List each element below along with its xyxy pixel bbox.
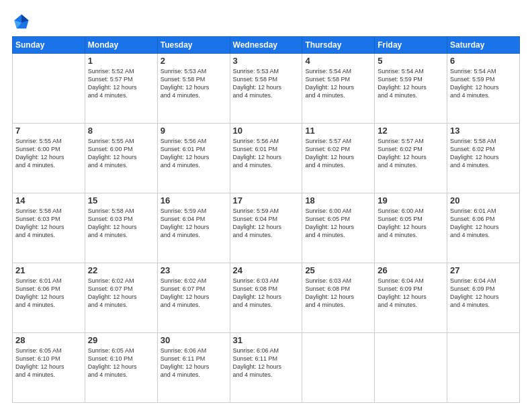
day-number: 2 xyxy=(161,56,227,66)
calendar-cell: 14Sunrise: 5:58 AM Sunset: 6:03 PM Dayli… xyxy=(13,193,85,263)
calendar-cell: 4Sunrise: 5:54 AM Sunset: 5:58 PM Daylig… xyxy=(302,54,375,124)
calendar-header-sunday: Sunday xyxy=(13,37,85,54)
calendar-header-saturday: Saturday xyxy=(447,37,520,54)
day-number: 21 xyxy=(15,265,82,275)
calendar-week-row: 21Sunrise: 6:01 AM Sunset: 6:06 PM Dayli… xyxy=(13,263,520,333)
day-info: Sunrise: 5:53 AM Sunset: 5:58 PM Dayligh… xyxy=(233,67,300,100)
logo xyxy=(12,12,34,31)
calendar-cell: 2Sunrise: 5:53 AM Sunset: 5:58 PM Daylig… xyxy=(157,54,230,124)
day-number: 18 xyxy=(305,195,371,205)
day-number: 26 xyxy=(378,265,444,275)
calendar-cell: 30Sunrise: 6:06 AM Sunset: 6:11 PM Dayli… xyxy=(157,333,230,403)
day-info: Sunrise: 6:03 AM Sunset: 6:08 PM Dayligh… xyxy=(233,277,300,310)
day-number: 8 xyxy=(88,126,154,136)
day-number: 13 xyxy=(450,126,517,136)
day-info: Sunrise: 6:03 AM Sunset: 6:08 PM Dayligh… xyxy=(305,277,371,310)
calendar-header-thursday: Thursday xyxy=(302,37,375,54)
calendar-header-row: SundayMondayTuesdayWednesdayThursdayFrid… xyxy=(13,37,520,54)
day-number: 9 xyxy=(161,126,227,136)
day-info: Sunrise: 5:57 AM Sunset: 6:02 PM Dayligh… xyxy=(305,137,371,170)
day-number: 20 xyxy=(450,195,517,205)
calendar-cell xyxy=(302,333,375,403)
day-number: 22 xyxy=(88,265,154,275)
calendar-cell: 1Sunrise: 5:52 AM Sunset: 5:57 PM Daylig… xyxy=(85,54,157,124)
calendar-cell: 13Sunrise: 5:58 AM Sunset: 6:02 PM Dayli… xyxy=(447,124,520,193)
calendar-week-row: 28Sunrise: 6:05 AM Sunset: 6:10 PM Dayli… xyxy=(13,333,520,403)
calendar-cell: 11Sunrise: 5:57 AM Sunset: 6:02 PM Dayli… xyxy=(302,124,375,193)
day-number: 15 xyxy=(88,195,154,205)
day-number: 5 xyxy=(378,56,444,66)
calendar-cell: 10Sunrise: 5:56 AM Sunset: 6:01 PM Dayli… xyxy=(230,124,302,193)
calendar-cell: 25Sunrise: 6:03 AM Sunset: 6:08 PM Dayli… xyxy=(302,263,375,333)
day-number: 29 xyxy=(88,335,154,345)
day-info: Sunrise: 6:05 AM Sunset: 6:10 PM Dayligh… xyxy=(88,347,154,379)
calendar-cell: 22Sunrise: 6:02 AM Sunset: 6:07 PM Dayli… xyxy=(85,263,157,333)
header xyxy=(12,12,520,31)
calendar-cell: 20Sunrise: 6:01 AM Sunset: 6:06 PM Dayli… xyxy=(447,193,520,263)
day-number: 4 xyxy=(305,56,371,66)
page: SundayMondayTuesdayWednesdayThursdayFrid… xyxy=(0,0,532,411)
calendar-cell: 21Sunrise: 6:01 AM Sunset: 6:06 PM Dayli… xyxy=(13,263,85,333)
calendar-cell: 9Sunrise: 5:56 AM Sunset: 6:01 PM Daylig… xyxy=(157,124,230,193)
day-number: 25 xyxy=(305,265,371,275)
calendar-cell: 26Sunrise: 6:04 AM Sunset: 6:09 PM Dayli… xyxy=(375,263,447,333)
day-info: Sunrise: 5:54 AM Sunset: 5:58 PM Dayligh… xyxy=(305,67,371,100)
day-number: 17 xyxy=(233,195,300,205)
day-info: Sunrise: 5:54 AM Sunset: 5:59 PM Dayligh… xyxy=(378,67,444,100)
calendar-cell: 7Sunrise: 5:55 AM Sunset: 6:00 PM Daylig… xyxy=(13,124,85,193)
day-info: Sunrise: 6:04 AM Sunset: 6:09 PM Dayligh… xyxy=(378,277,444,310)
day-number: 31 xyxy=(233,335,300,345)
day-info: Sunrise: 5:55 AM Sunset: 6:00 PM Dayligh… xyxy=(15,137,82,170)
logo-icon xyxy=(12,12,31,31)
day-info: Sunrise: 6:01 AM Sunset: 6:06 PM Dayligh… xyxy=(450,207,517,240)
day-info: Sunrise: 5:53 AM Sunset: 5:58 PM Dayligh… xyxy=(161,67,227,100)
day-info: Sunrise: 5:56 AM Sunset: 6:01 PM Dayligh… xyxy=(233,137,300,170)
calendar-cell: 19Sunrise: 6:00 AM Sunset: 6:05 PM Dayli… xyxy=(375,193,447,263)
day-info: Sunrise: 6:00 AM Sunset: 6:05 PM Dayligh… xyxy=(305,207,371,240)
calendar-cell xyxy=(13,54,85,124)
day-number: 24 xyxy=(233,265,300,275)
calendar-cell: 24Sunrise: 6:03 AM Sunset: 6:08 PM Dayli… xyxy=(230,263,302,333)
calendar-cell: 18Sunrise: 6:00 AM Sunset: 6:05 PM Dayli… xyxy=(302,193,375,263)
day-info: Sunrise: 6:06 AM Sunset: 6:11 PM Dayligh… xyxy=(161,347,227,379)
calendar-cell: 15Sunrise: 5:58 AM Sunset: 6:03 PM Dayli… xyxy=(85,193,157,263)
day-info: Sunrise: 6:05 AM Sunset: 6:10 PM Dayligh… xyxy=(15,347,82,379)
calendar-cell: 31Sunrise: 6:06 AM Sunset: 6:11 PM Dayli… xyxy=(230,333,302,403)
day-number: 19 xyxy=(378,195,444,205)
calendar-cell xyxy=(447,333,520,403)
day-info: Sunrise: 5:59 AM Sunset: 6:04 PM Dayligh… xyxy=(161,207,227,240)
day-info: Sunrise: 6:02 AM Sunset: 6:07 PM Dayligh… xyxy=(161,277,227,310)
day-info: Sunrise: 6:04 AM Sunset: 6:09 PM Dayligh… xyxy=(450,277,517,310)
calendar-cell: 23Sunrise: 6:02 AM Sunset: 6:07 PM Dayli… xyxy=(157,263,230,333)
calendar-cell: 29Sunrise: 6:05 AM Sunset: 6:10 PM Dayli… xyxy=(85,333,157,403)
calendar-cell: 12Sunrise: 5:57 AM Sunset: 6:02 PM Dayli… xyxy=(375,124,447,193)
day-info: Sunrise: 5:58 AM Sunset: 6:02 PM Dayligh… xyxy=(450,137,517,170)
day-info: Sunrise: 5:58 AM Sunset: 6:03 PM Dayligh… xyxy=(15,207,82,240)
calendar-cell: 16Sunrise: 5:59 AM Sunset: 6:04 PM Dayli… xyxy=(157,193,230,263)
day-info: Sunrise: 6:01 AM Sunset: 6:06 PM Dayligh… xyxy=(15,277,82,310)
day-number: 14 xyxy=(15,195,82,205)
day-info: Sunrise: 6:02 AM Sunset: 6:07 PM Dayligh… xyxy=(88,277,154,310)
day-info: Sunrise: 5:57 AM Sunset: 6:02 PM Dayligh… xyxy=(378,137,444,170)
day-number: 3 xyxy=(233,56,300,66)
day-info: Sunrise: 6:00 AM Sunset: 6:05 PM Dayligh… xyxy=(378,207,444,240)
calendar-header-wednesday: Wednesday xyxy=(230,37,302,54)
day-number: 16 xyxy=(161,195,227,205)
calendar-week-row: 14Sunrise: 5:58 AM Sunset: 6:03 PM Dayli… xyxy=(13,193,520,263)
day-number: 27 xyxy=(450,265,517,275)
calendar-cell: 8Sunrise: 5:55 AM Sunset: 6:00 PM Daylig… xyxy=(85,124,157,193)
calendar-cell: 17Sunrise: 5:59 AM Sunset: 6:04 PM Dayli… xyxy=(230,193,302,263)
calendar-cell: 27Sunrise: 6:04 AM Sunset: 6:09 PM Dayli… xyxy=(447,263,520,333)
calendar-cell: 5Sunrise: 5:54 AM Sunset: 5:59 PM Daylig… xyxy=(375,54,447,124)
day-number: 12 xyxy=(378,126,444,136)
day-info: Sunrise: 5:56 AM Sunset: 6:01 PM Dayligh… xyxy=(161,137,227,170)
calendar-cell: 3Sunrise: 5:53 AM Sunset: 5:58 PM Daylig… xyxy=(230,54,302,124)
day-number: 6 xyxy=(450,56,517,66)
day-info: Sunrise: 5:52 AM Sunset: 5:57 PM Dayligh… xyxy=(88,67,154,100)
calendar-header-friday: Friday xyxy=(375,37,447,54)
day-info: Sunrise: 5:54 AM Sunset: 5:59 PM Dayligh… xyxy=(450,67,517,100)
day-number: 10 xyxy=(233,126,300,136)
calendar-header-tuesday: Tuesday xyxy=(157,37,230,54)
day-number: 7 xyxy=(15,126,82,136)
day-info: Sunrise: 5:59 AM Sunset: 6:04 PM Dayligh… xyxy=(233,207,300,240)
